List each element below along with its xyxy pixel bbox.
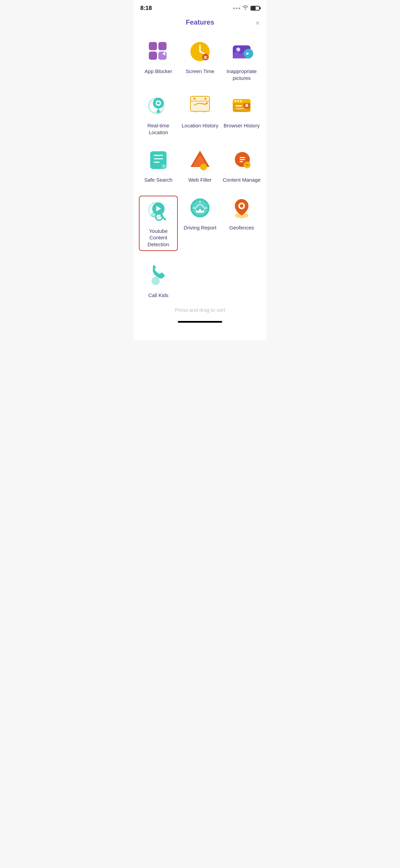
svg-point-30 (240, 100, 242, 102)
web-filter-label: Web Filter (188, 177, 212, 183)
svg-point-55 (196, 208, 199, 211)
svg-point-63 (152, 277, 160, 285)
youtube-content-icon (146, 199, 171, 224)
screen-time-label: Screen Time (186, 68, 214, 75)
feature-item-youtube-content[interactable]: Youtube Content Detection (139, 196, 178, 251)
signal-icon (233, 8, 240, 9)
feature-item-browser-history[interactable]: Browser History (222, 94, 261, 136)
status-time: 8:18 (140, 5, 152, 12)
svg-point-22 (204, 98, 206, 100)
feature-item-web-filter[interactable]: Web Filter (181, 148, 219, 183)
browser-history-icon (229, 94, 254, 118)
status-icons (233, 5, 260, 11)
feature-item-inappropriate-pictures[interactable]: Inappropriate pictures (222, 39, 261, 81)
wifi-icon (242, 5, 248, 11)
svg-point-16 (157, 102, 160, 104)
svg-rect-43 (240, 159, 245, 160)
feature-item-safe-search[interactable]: + Safe Search (139, 148, 178, 183)
svg-rect-2 (149, 52, 157, 60)
page-title: Features (186, 18, 214, 26)
svg-rect-9 (204, 58, 207, 59)
svg-point-62 (240, 204, 243, 208)
call-kids-icon (146, 263, 171, 288)
status-bar: 8:18 (133, 0, 267, 14)
location-history-label: Location History (182, 122, 218, 129)
feature-item-call-kids[interactable]: Call Kids (139, 263, 178, 299)
svg-point-34 (245, 104, 248, 107)
content-manage-icon (229, 148, 254, 172)
svg-rect-3 (158, 52, 167, 60)
svg-rect-1 (158, 42, 167, 50)
inappropriate-pictures-label: Inappropriate pictures (222, 68, 261, 81)
screen-time-icon (188, 39, 212, 64)
svg-point-21 (194, 98, 196, 100)
realtime-location-label: Real-time Location (139, 122, 178, 136)
safe-search-icon: + (146, 148, 171, 172)
feature-item-app-blocker[interactable]: App Blocker (139, 39, 178, 81)
youtube-content-label: Youtube Content Detection (141, 228, 176, 248)
svg-point-29 (238, 100, 239, 102)
app-blocker-icon (146, 39, 171, 64)
svg-text:+: + (162, 164, 165, 169)
svg-point-56 (201, 208, 204, 211)
bottom-hint: Press and drag to sort (139, 299, 261, 318)
page-header: Features × (133, 14, 267, 32)
safe-search-label: Safe Search (144, 177, 173, 183)
feature-item-driving-report[interactable]: Driving Report (181, 196, 219, 251)
browser-history-label: Browser History (224, 122, 260, 129)
svg-rect-42 (240, 157, 245, 158)
feature-item-location-history[interactable]: Location History (181, 94, 219, 136)
features-content: App Blocker Screen Time Inappropriate pi… (133, 32, 267, 340)
svg-rect-46 (246, 164, 248, 165)
geofences-icon (229, 196, 254, 220)
call-kids-label: Call Kids (148, 292, 168, 299)
feature-item-screen-time[interactable]: Screen Time (181, 39, 219, 81)
feature-item-content-manage[interactable]: Content Manage (222, 148, 261, 183)
driving-report-icon (188, 196, 212, 220)
web-filter-icon (188, 148, 212, 172)
svg-rect-8 (204, 56, 207, 57)
home-indicator (178, 321, 222, 323)
svg-rect-0 (149, 42, 157, 50)
battery-icon (251, 6, 260, 11)
close-button[interactable]: × (255, 19, 260, 27)
svg-point-40 (200, 164, 207, 170)
inappropriate-pictures-icon (229, 39, 254, 64)
svg-rect-31 (235, 105, 242, 107)
app-blocker-label: App Blocker (145, 68, 172, 75)
realtime-location-icon (146, 94, 171, 118)
feature-item-geofences[interactable]: Geofences (222, 196, 261, 251)
feature-item-realtime-location[interactable]: Real-time Location (139, 94, 178, 136)
svg-rect-44 (240, 161, 243, 162)
location-history-icon (188, 94, 212, 118)
geofences-label: Geofences (229, 224, 254, 231)
svg-point-28 (235, 100, 237, 102)
features-grid: App Blocker Screen Time Inappropriate pi… (139, 39, 261, 299)
content-manage-label: Content Manage (223, 177, 261, 183)
driving-report-label: Driving Report (184, 224, 216, 231)
